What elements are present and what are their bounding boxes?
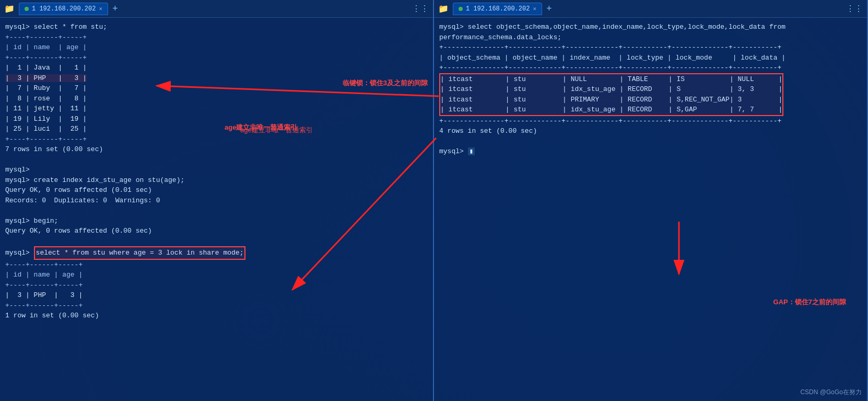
left-grid-icon: ⋮⋮ bbox=[412, 4, 429, 14]
left-tab-bar: 📁 1 192.168.200.202 ✕ + ⋮⋮ bbox=[0, 0, 433, 18]
left-tab-add[interactable]: + bbox=[110, 4, 120, 14]
right-terminal-footer: +---------------+-------------+---------… bbox=[439, 116, 862, 157]
left-pane: 📁 1 192.168.200.202 ✕ + ⋮⋮ mysql> select… bbox=[0, 0, 434, 401]
annotation-gap: GAP：锁住7之前的间隙 bbox=[773, 297, 846, 307]
right-tab-add[interactable]: + bbox=[544, 4, 554, 14]
connection-indicator bbox=[25, 7, 29, 11]
right-grid-icon: ⋮⋮ bbox=[846, 4, 863, 14]
right-tab-bar: 📁 1 192.168.200.202 ✕ + ⋮⋮ bbox=[434, 0, 867, 18]
right-tab[interactable]: 1 192.168.200.202 ✕ bbox=[453, 3, 542, 15]
right-pane: 📁 1 192.168.200.202 ✕ + ⋮⋮ mysql> select… bbox=[434, 0, 868, 401]
left-tab-label: 1 192.168.200.202 bbox=[32, 5, 96, 13]
folder-icon-right: 📁 bbox=[438, 4, 449, 14]
watermark: CSDN @GoGo在努力 bbox=[800, 388, 862, 397]
left-tab[interactable]: 1 192.168.200.202 ✕ bbox=[19, 3, 108, 15]
right-terminal[interactable]: mysql> select object_schema,object_name,… bbox=[434, 18, 867, 401]
left-terminal[interactable]: mysql> select * from stu; +----+-------+… bbox=[0, 18, 433, 401]
left-terminal-content: mysql> select * from stu; +----+-------+… bbox=[5, 22, 428, 321]
right-tab-label: 1 192.168.200.202 bbox=[466, 5, 530, 13]
right-table-rows: | itcast | stu | NULL | TABLE | IS | NUL… bbox=[440, 74, 782, 115]
left-tab-close[interactable]: ✕ bbox=[99, 5, 102, 12]
right-terminal-content: mysql> select object_schema,object_name,… bbox=[439, 22, 862, 73]
right-connection-indicator bbox=[459, 7, 463, 11]
folder-icon-left: 📁 bbox=[4, 4, 15, 14]
right-tab-close[interactable]: ✕ bbox=[533, 5, 536, 12]
